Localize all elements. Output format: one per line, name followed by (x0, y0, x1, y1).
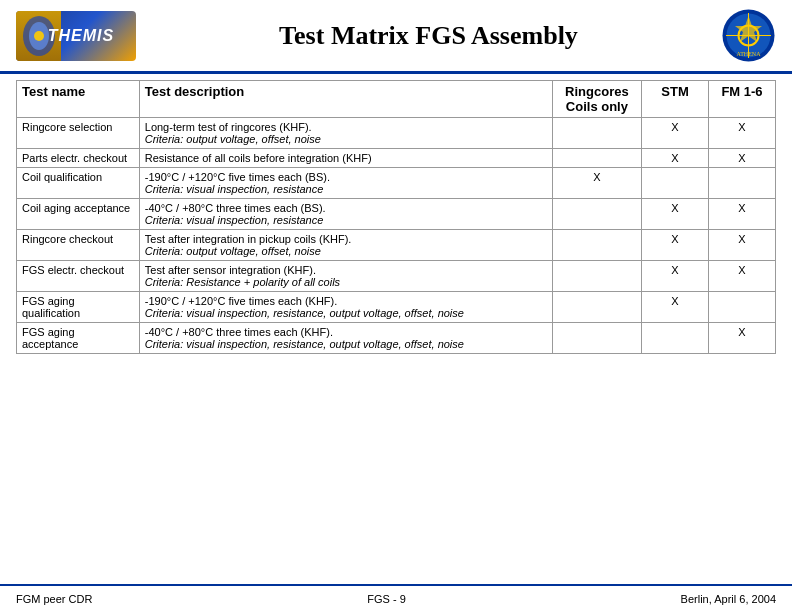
cell-stm: X (642, 118, 709, 149)
logo-text: THEMIS (48, 27, 114, 45)
col-header-testdesc: Test description (139, 81, 552, 118)
col-header-ringcores: RingcoresCoils only (552, 81, 641, 118)
cell-stm: X (642, 199, 709, 230)
cell-testdesc: Resistance of all coils before integrati… (139, 149, 552, 168)
table-row: FGS aging qualification-190°C / +120°C f… (17, 292, 776, 323)
cell-testdesc: -190°C / +120°C five times each (BS).Cri… (139, 168, 552, 199)
table-row: Ringcore checkoutTest after integration … (17, 230, 776, 261)
emblem-icon: ATHENA (721, 8, 776, 63)
cell-testname: Coil aging acceptance (17, 199, 140, 230)
cell-testdesc: Test after sensor integration (KHF).Crit… (139, 261, 552, 292)
table-row: Coil qualification-190°C / +120°C five t… (17, 168, 776, 199)
cell-testname: Ringcore checkout (17, 230, 140, 261)
svg-point-2 (34, 31, 44, 41)
cell-stm: X (642, 230, 709, 261)
cell-fm: X (709, 149, 776, 168)
cell-testname: FGS aging acceptance (17, 323, 140, 354)
cell-testname: Coil qualification (17, 168, 140, 199)
cell-testname: FGS aging qualification (17, 292, 140, 323)
table-row: FGS electr. checkoutTest after sensor in… (17, 261, 776, 292)
cell-testdesc: Long-term test of ringcores (KHF).Criter… (139, 118, 552, 149)
cell-testname: Parts electr. checkout (17, 149, 140, 168)
cell-stm (642, 323, 709, 354)
svg-text:ATHENA: ATHENA (737, 51, 762, 57)
cell-ringcores: X (552, 168, 641, 199)
cell-testname: Ringcore selection (17, 118, 140, 149)
cell-fm: X (709, 230, 776, 261)
footer-left: FGM peer CDR (16, 593, 92, 605)
footer: FGM peer CDR FGS - 9 Berlin, April 6, 20… (0, 584, 792, 612)
logo: THEMIS (16, 11, 136, 61)
table-container: Test name Test description RingcoresCoil… (0, 74, 792, 358)
page-title: Test Matrix FGS Assembly (136, 21, 721, 51)
table-row: Parts electr. checkoutResistance of all … (17, 149, 776, 168)
cell-ringcores (552, 230, 641, 261)
cell-ringcores (552, 292, 641, 323)
cell-ringcores (552, 323, 641, 354)
col-header-testname: Test name (17, 81, 140, 118)
cell-stm (642, 168, 709, 199)
cell-fm: X (709, 199, 776, 230)
cell-testdesc: -40°C / +80°C three times each (BS).Crit… (139, 199, 552, 230)
cell-stm: X (642, 149, 709, 168)
col-header-fm: FM 1-6 (709, 81, 776, 118)
footer-center: FGS - 9 (367, 593, 406, 605)
footer-right: Berlin, April 6, 2004 (681, 593, 776, 605)
table-row: Coil aging acceptance-40°C / +80°C three… (17, 199, 776, 230)
cell-ringcores (552, 118, 641, 149)
test-matrix-table: Test name Test description RingcoresCoil… (16, 80, 776, 354)
cell-ringcores (552, 261, 641, 292)
cell-testdesc: Test after integration in pickup coils (… (139, 230, 552, 261)
cell-testdesc: -40°C / +80°C three times each (KHF).Cri… (139, 323, 552, 354)
cell-stm: X (642, 292, 709, 323)
cell-fm: X (709, 323, 776, 354)
cell-fm (709, 292, 776, 323)
cell-fm: X (709, 118, 776, 149)
col-header-stm: STM (642, 81, 709, 118)
cell-ringcores (552, 199, 641, 230)
cell-testdesc: -190°C / +120°C five times each (KHF).Cr… (139, 292, 552, 323)
table-row: FGS aging acceptance-40°C / +80°C three … (17, 323, 776, 354)
table-row: Ringcore selectionLong-term test of ring… (17, 118, 776, 149)
cell-fm: X (709, 261, 776, 292)
cell-stm: X (642, 261, 709, 292)
cell-fm (709, 168, 776, 199)
cell-testname: FGS electr. checkout (17, 261, 140, 292)
header: THEMIS Test Matrix FGS Assembly ATHENA (0, 0, 792, 74)
cell-ringcores (552, 149, 641, 168)
